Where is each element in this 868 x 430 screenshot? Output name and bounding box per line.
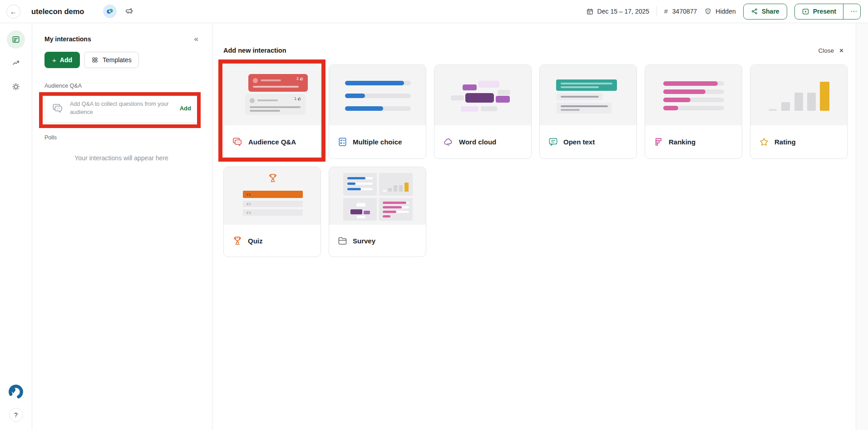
event-code[interactable]: # 3470877 — [664, 8, 697, 15]
nav-settings-button[interactable] — [7, 78, 25, 96]
card-open-text[interactable]: Open text — [539, 64, 637, 159]
rating-illustration — [750, 65, 847, 125]
qa-suggestion-add-button[interactable]: Add — [180, 105, 191, 112]
card-ranking[interactable]: Ranking — [645, 64, 742, 159]
card-label: Quiz — [248, 237, 263, 245]
event-date-range: Dec 15 – 17, 2025 — [597, 8, 649, 15]
qa-upvote-count-2: 1 — [294, 96, 296, 101]
survey-folder-icon — [337, 236, 348, 246]
card-survey[interactable]: Survey — [329, 167, 426, 257]
announcements-button[interactable] — [125, 7, 134, 16]
open-text-icon — [548, 137, 558, 147]
card-label: Audience Q&A — [248, 138, 296, 146]
audience-qa-icon — [232, 137, 243, 147]
interaction-cards-grid: 2 1 — [223, 64, 844, 257]
megaphone-icon — [125, 7, 134, 16]
webex-integration-badge[interactable] — [103, 5, 117, 18]
ellipsis-icon: ⋯ — [850, 7, 858, 15]
card-label: Ranking — [669, 138, 695, 146]
topbar: ← utelecon demo — [0, 0, 868, 23]
add-interaction-button[interactable]: + Add — [44, 52, 80, 68]
templates-grid-icon — [91, 56, 99, 64]
question-mark-icon: ? — [14, 411, 18, 419]
chat-bubbles-icon — [52, 103, 64, 114]
card-multiple-choice[interactable]: Multiple choice — [329, 64, 426, 159]
survey-illustration — [329, 167, 426, 225]
close-label: Close — [819, 47, 834, 54]
polls-section-label: Polls — [44, 134, 198, 141]
slido-logo — [7, 383, 25, 400]
qa-suggestion-card[interactable]: Add Q&A to collect questions from your a… — [44, 94, 198, 123]
card-label: Survey — [353, 237, 375, 245]
quiz-rank-2: #2 — [247, 202, 251, 206]
ranking-icon — [653, 137, 664, 147]
back-arrow-icon: ← — [10, 8, 17, 15]
audience-qa-illustration: 2 1 — [224, 65, 321, 125]
qa-suggestion-text: Add Q&A to collect questions from your a… — [70, 100, 174, 116]
word-cloud-icon — [443, 137, 454, 147]
double-chevron-left-icon: « — [194, 35, 198, 43]
present-button[interactable]: Present — [795, 4, 843, 19]
nav-rail: ? — [0, 23, 32, 430]
present-label: Present — [813, 8, 836, 15]
card-rating[interactable]: Rating — [750, 64, 848, 159]
open-text-illustration — [540, 65, 636, 125]
card-word-cloud[interactable]: Word cloud — [434, 64, 532, 159]
share-button[interactable]: Share — [743, 4, 787, 20]
trophy-icon-small — [267, 173, 278, 183]
multiple-choice-icon — [337, 137, 348, 147]
quiz-rank-1: #1 — [247, 193, 251, 197]
thumb-up-icon — [297, 97, 301, 101]
multiple-choice-illustration — [329, 65, 426, 125]
templates-button-label: Templates — [103, 56, 132, 64]
share-label: Share — [762, 8, 779, 15]
calendar-icon — [586, 8, 594, 15]
more-options-button[interactable]: ⋯ — [843, 4, 860, 19]
visibility-status[interactable]: Hidden — [704, 8, 735, 15]
add-button-label: Add — [60, 56, 72, 64]
quiz-trophy-icon — [232, 235, 243, 246]
card-quiz[interactable]: #1 #2 #3 — [223, 167, 321, 257]
card-label: Multiple choice — [353, 138, 402, 146]
add-interaction-panel: Add new interaction Close ✕ 2 — [212, 23, 856, 430]
event-title: utelecon demo — [31, 7, 84, 16]
close-icon: ✕ — [839, 47, 844, 54]
interactions-content-icon — [11, 35, 20, 44]
webex-icon — [106, 7, 114, 15]
qa-section-label: Audience Q&A — [44, 83, 198, 89]
present-play-icon — [802, 8, 809, 15]
panel-title: Add new interaction — [223, 47, 286, 54]
share-icon — [751, 8, 758, 15]
thumb-up-icon — [300, 77, 304, 81]
present-button-group: Present ⋯ — [794, 4, 861, 20]
plus-icon: + — [52, 56, 56, 64]
card-label: Open text — [563, 138, 595, 146]
back-button[interactable]: ← — [6, 5, 20, 19]
shield-exclamation-icon — [704, 8, 712, 15]
sidebar-title: My interactions — [44, 35, 91, 43]
event-code-value: 3470877 — [672, 8, 697, 15]
collapse-sidebar-button[interactable]: « — [194, 35, 198, 43]
interactions-empty-state: Your interactions will appear here — [44, 154, 198, 162]
ranking-illustration — [645, 65, 742, 125]
card-audience-qa[interactable]: 2 1 — [223, 64, 321, 159]
word-cloud-illustration — [434, 65, 531, 125]
rating-star-icon — [759, 137, 769, 148]
card-label: Rating — [774, 138, 796, 146]
quiz-illustration: #1 #2 #3 — [224, 167, 321, 225]
close-panel-button[interactable]: Close ✕ — [819, 47, 844, 54]
gear-icon — [11, 82, 20, 91]
divider — [656, 6, 657, 16]
card-label: Word cloud — [459, 138, 496, 146]
interactions-sidebar: My interactions « + Add Templat — [32, 23, 212, 430]
nav-analytics-button[interactable] — [7, 54, 25, 72]
help-button[interactable]: ? — [9, 408, 23, 422]
event-dates[interactable]: Dec 15 – 17, 2025 — [586, 8, 649, 15]
quiz-rank-3: #3 — [247, 211, 251, 215]
templates-button[interactable]: Templates — [84, 52, 139, 68]
nav-interactions-button[interactable] — [7, 30, 25, 49]
trending-up-icon — [11, 59, 20, 68]
visibility-label: Hidden — [715, 8, 735, 15]
qa-upvote-count-1: 2 — [296, 76, 299, 81]
hash-icon: # — [664, 8, 668, 15]
